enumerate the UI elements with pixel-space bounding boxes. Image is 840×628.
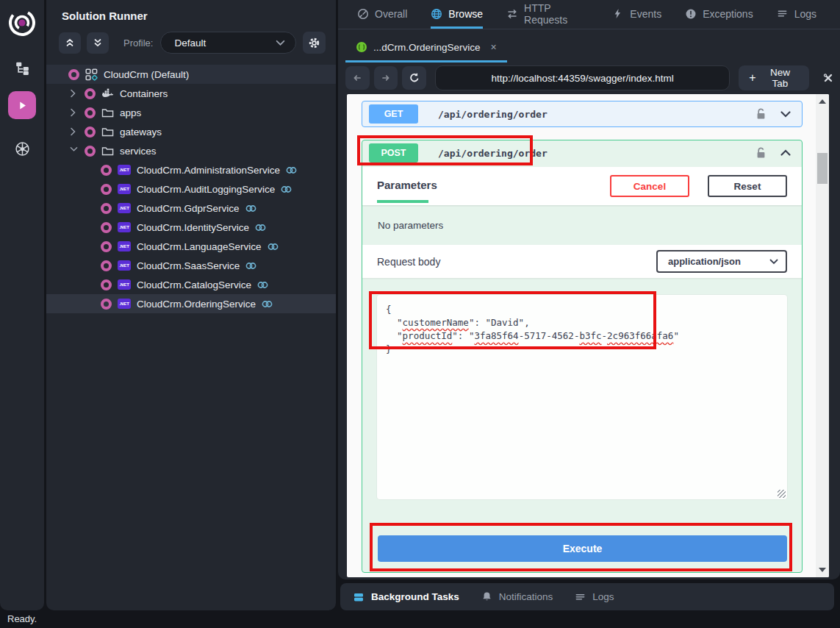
link-icon[interactable] bbox=[280, 183, 292, 196]
tree-root-cloudcrm[interactable]: CloudCrm (Default) bbox=[46, 65, 336, 84]
tab-http-requests[interactable]: HTTP Requests bbox=[506, 0, 589, 29]
parameters-tab-label: Parameters bbox=[377, 179, 437, 191]
tree-folder-containers[interactable]: Containers bbox=[46, 84, 336, 103]
new-tab-label: New Tab bbox=[761, 67, 800, 89]
background-tasks-item[interactable]: Background Tasks bbox=[353, 591, 459, 603]
tab-logs[interactable]: Logs bbox=[777, 0, 816, 29]
bell-icon bbox=[481, 591, 492, 602]
dotnet-badge-icon: .NET bbox=[118, 279, 131, 290]
back-button[interactable] bbox=[345, 66, 370, 90]
link-icon[interactable] bbox=[267, 240, 279, 253]
collapse-all-button[interactable] bbox=[59, 32, 81, 54]
cancel-button[interactable]: Cancel bbox=[610, 175, 689, 197]
exclamation-circle-icon bbox=[685, 8, 697, 20]
forward-button[interactable] bbox=[374, 66, 398, 90]
panel-title: Solution Runner bbox=[62, 10, 148, 22]
tree-folder-gateways[interactable]: gateways bbox=[46, 122, 336, 141]
request-body-label: Request body bbox=[377, 256, 440, 268]
link-icon[interactable] bbox=[285, 164, 298, 176]
notifications-item[interactable]: Notifications bbox=[481, 591, 553, 602]
tree-service-gdpr[interactable]: .NET CloudCrm.GdprService bbox=[46, 199, 336, 218]
endpoint-path: /api/ordering/order bbox=[438, 109, 755, 120]
active-tab-underline bbox=[377, 200, 428, 203]
link-icon[interactable] bbox=[261, 298, 273, 310]
opblock-get-header[interactable]: GET /api/ordering/order bbox=[362, 101, 802, 126]
status-dot-icon bbox=[101, 203, 112, 214]
link-icon[interactable] bbox=[254, 221, 267, 234]
tree-folder-label: Containers bbox=[120, 88, 168, 99]
lock-open-icon[interactable] bbox=[755, 147, 767, 160]
tree-folder-services[interactable]: services bbox=[46, 141, 336, 160]
chevron-down-icon[interactable] bbox=[778, 107, 793, 121]
close-icon[interactable]: × bbox=[491, 41, 497, 53]
tree-service-catalog[interactable]: .NET CloudCrm.CatalogService bbox=[46, 275, 336, 294]
swap-arrows-icon bbox=[506, 8, 518, 20]
request-body-editor[interactable]: { "customerName": "David", "productId": … bbox=[377, 295, 787, 499]
dotnet-badge-icon: .NET bbox=[118, 184, 131, 194]
browser-content: GET /api/ordering/order POST /api/orderi… bbox=[347, 94, 829, 577]
lock-open-icon[interactable] bbox=[755, 108, 767, 121]
content-type-select[interactable]: application/json bbox=[656, 250, 787, 273]
opblock-get: GET /api/ordering/order bbox=[362, 101, 803, 127]
link-icon[interactable] bbox=[245, 202, 257, 215]
settings-gear-icon[interactable] bbox=[303, 32, 326, 54]
refresh-button[interactable] bbox=[402, 66, 426, 90]
service-label: CloudCrm.LanguageService bbox=[137, 241, 262, 252]
profile-label: Profile: bbox=[123, 38, 153, 49]
globe-icon bbox=[431, 8, 442, 20]
tree-service-identity[interactable]: .NET CloudCrm.IdentityService bbox=[46, 218, 336, 237]
scroll-down-arrow-icon[interactable] bbox=[819, 568, 826, 572]
tab-overall[interactable]: Overall bbox=[357, 0, 407, 29]
tab-events[interactable]: Events bbox=[612, 0, 661, 29]
profile-select[interactable]: Default bbox=[160, 32, 296, 54]
dotnet-badge-icon: .NET bbox=[118, 299, 131, 309]
reset-button[interactable]: Reset bbox=[708, 175, 787, 197]
plus-icon: + bbox=[749, 71, 755, 85]
chevron-right-icon[interactable] bbox=[70, 108, 79, 117]
browser-tab-orderingservice[interactable]: ...dCrm.OrderingService × bbox=[345, 34, 507, 63]
panel-controls: Profile: Default bbox=[59, 31, 326, 54]
status-dot-icon bbox=[101, 184, 112, 195]
run-play-icon[interactable] bbox=[8, 91, 36, 119]
browser-tab-title: ...dCrm.OrderingService bbox=[373, 42, 481, 53]
tree-service-auditlogging[interactable]: .NET CloudCrm.AuditLoggingService bbox=[46, 179, 336, 199]
new-tab-button[interactable]: + New Tab bbox=[739, 65, 809, 90]
tree-folder-label: gateways bbox=[120, 126, 162, 138]
lines-icon bbox=[575, 591, 586, 602]
scroll-up-arrow-icon[interactable] bbox=[819, 99, 826, 104]
expand-all-button[interactable] bbox=[87, 32, 109, 54]
solution-tree: CloudCrm (Default) Containers bbox=[46, 65, 336, 313]
scrollbar-thumb[interactable] bbox=[817, 153, 828, 184]
execute-button[interactable]: Execute bbox=[378, 535, 787, 562]
folder-icon bbox=[101, 126, 114, 138]
bottom-item-label: Logs bbox=[592, 591, 614, 602]
browser-tab-strip: ...dCrm.OrderingService × bbox=[338, 29, 840, 63]
chevron-down-icon[interactable] bbox=[70, 146, 79, 155]
link-icon[interactable] bbox=[256, 279, 269, 291]
tab-exceptions[interactable]: Exceptions bbox=[685, 0, 753, 29]
chevron-right-icon[interactable] bbox=[70, 127, 79, 136]
tree-service-saas[interactable]: .NET CloudCrm.SaasService bbox=[46, 256, 336, 275]
tree-service-ordering[interactable]: .NET CloudCrm.OrderingService bbox=[46, 294, 336, 313]
content-scrollbar[interactable] bbox=[816, 94, 829, 577]
dev-tools-icon[interactable] bbox=[816, 66, 840, 90]
dotnet-badge-icon: .NET bbox=[118, 203, 131, 213]
swagger-tab-icon bbox=[356, 41, 367, 53]
tree-folder-apps[interactable]: apps bbox=[46, 103, 336, 122]
tab-label: Overall bbox=[375, 8, 407, 20]
bottom-logs-item[interactable]: Logs bbox=[575, 591, 614, 602]
chevron-up-icon[interactable] bbox=[778, 146, 793, 160]
solution-tree-icon[interactable] bbox=[7, 54, 37, 81]
tree-service-language[interactable]: .NET CloudCrm.LanguageService bbox=[46, 237, 336, 256]
url-text: http://localhost:44359/swagger/index.htm… bbox=[491, 73, 673, 84]
kubernetes-icon[interactable] bbox=[7, 135, 37, 162]
tab-browse[interactable]: Browse bbox=[431, 0, 483, 29]
tree-service-administration[interactable]: .NET CloudCrm.AdministrationService bbox=[46, 160, 336, 179]
chevron-right-icon[interactable] bbox=[70, 89, 79, 98]
link-icon[interactable] bbox=[245, 260, 257, 272]
url-bar[interactable]: http://localhost:44359/swagger/index.htm… bbox=[435, 65, 730, 90]
service-label: CloudCrm.AdministrationService bbox=[137, 165, 280, 176]
parameters-tab[interactable]: Parameters bbox=[377, 179, 437, 194]
request-body-header: Request body application/json bbox=[362, 245, 802, 278]
opblock-post-header[interactable]: POST /api/ordering/order bbox=[362, 140, 802, 165]
